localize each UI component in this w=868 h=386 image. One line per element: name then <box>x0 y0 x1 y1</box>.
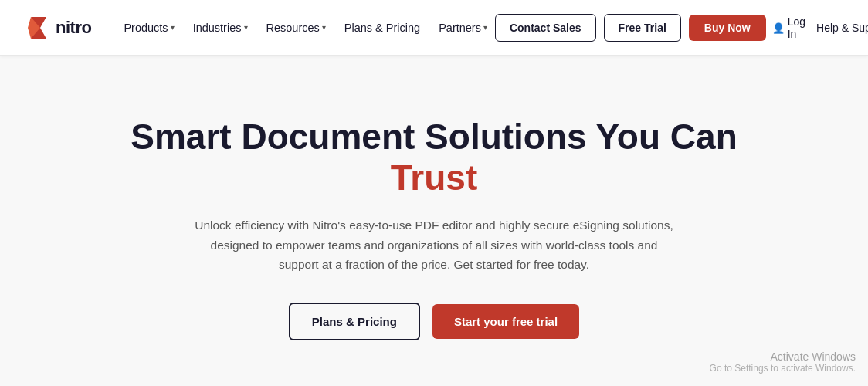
nav-links: Products ▾ Industries ▾ Resources ▾ Plan… <box>116 17 495 39</box>
chevron-down-icon: ▾ <box>322 23 326 32</box>
hero-title: Smart Document Solutions You Can Trust <box>125 117 743 198</box>
help-support-link[interactable]: Help & Support ▾ <box>816 22 868 34</box>
chevron-down-icon: ▾ <box>244 23 248 32</box>
nav-item-partners[interactable]: Partners ▾ <box>431 17 495 39</box>
start-trial-button[interactable]: Start your free trial <box>432 304 579 339</box>
nitro-logo-icon <box>25 14 53 42</box>
logo-text: nitro <box>56 18 91 38</box>
nav-item-plans-pricing[interactable]: Plans & Pricing <box>337 17 428 39</box>
nav-right: Log In Help & Support ▾ EN <box>772 15 868 40</box>
free-trial-button[interactable]: Free Trial <box>604 14 681 42</box>
hero-subtitle: Unlock efficiency with Nitro's easy-to-u… <box>195 215 673 275</box>
hero-section: Smart Document Solutions You Can Trust U… <box>0 56 868 386</box>
chevron-down-icon: ▾ <box>483 23 487 32</box>
hero-buttons: Plans & Pricing Start your free trial <box>289 303 579 340</box>
nav-item-products[interactable]: Products ▾ <box>116 17 181 39</box>
logo[interactable]: nitro <box>25 14 91 42</box>
windows-watermark: Activate Windows Go to Settings to activ… <box>710 350 856 374</box>
nav-actions: Contact Sales Free Trial Buy Now <box>495 14 766 42</box>
plans-pricing-button[interactable]: Plans & Pricing <box>289 303 420 340</box>
buy-now-button[interactable]: Buy Now <box>689 15 766 41</box>
nav-item-resources[interactable]: Resources ▾ <box>259 17 334 39</box>
person-icon <box>772 22 785 34</box>
login-link[interactable]: Log In <box>772 15 805 40</box>
nav-item-industries[interactable]: Industries ▾ <box>185 17 256 39</box>
navbar: nitro Products ▾ Industries ▾ Resources … <box>0 0 868 56</box>
chevron-down-icon: ▾ <box>171 23 175 32</box>
contact-sales-button[interactable]: Contact Sales <box>495 14 596 42</box>
